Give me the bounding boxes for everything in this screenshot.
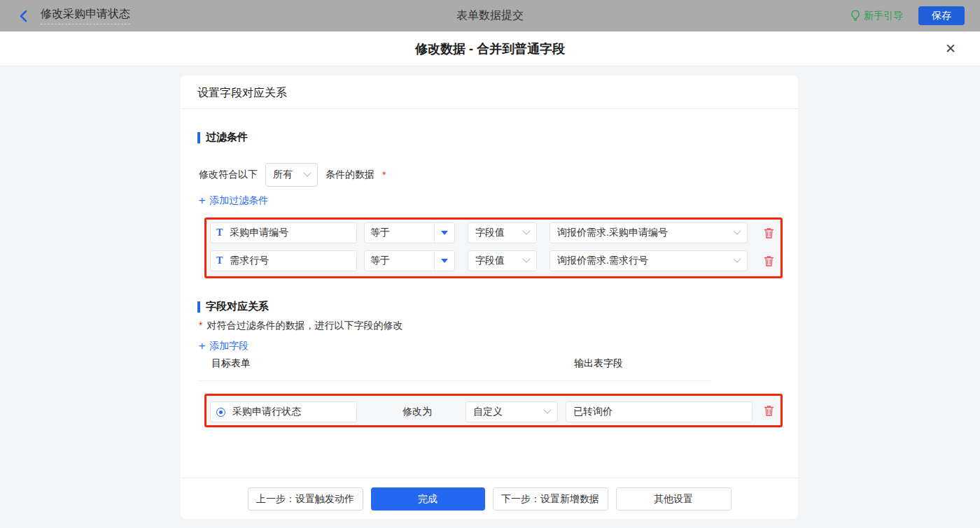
- delete-condition-icon[interactable]: [763, 255, 775, 267]
- panel-title: 设置字段对应关系: [197, 86, 287, 101]
- condition-scope-select[interactable]: 所有: [265, 163, 318, 187]
- topbar: 修改采购申请状态 表单数据提交 新手引导 保存: [0, 0, 980, 31]
- chevron-down-icon: [733, 227, 741, 235]
- value-field-select[interactable]: 询报价需求.需求行号: [550, 250, 748, 271]
- operator-select[interactable]: 等于: [364, 250, 455, 271]
- bulb-icon: [850, 10, 860, 22]
- required-asterisk: *: [382, 169, 386, 180]
- column-header-target-form: 目标表单: [211, 357, 251, 370]
- chevron-down-icon: [543, 406, 551, 414]
- chevron-down-icon: [733, 255, 741, 263]
- dialog-body: 设置字段对应关系 过滤条件 修改符合以下 所有 条件的数据 * + 添加过滤条件: [0, 66, 980, 528]
- field-mapping-group: 采购申请行状态 修改为 自定义: [204, 394, 783, 427]
- close-icon[interactable]: ✕: [942, 41, 959, 57]
- add-field-label: 添加字段: [209, 340, 248, 352]
- add-field-link[interactable]: + 添加字段: [199, 340, 248, 352]
- text-field-icon: T: [216, 227, 223, 238]
- footer-divider: [181, 478, 798, 478]
- filter-field-picker[interactable]: T 采购申请编号: [210, 222, 357, 243]
- value-type-select[interactable]: 字段值: [468, 250, 537, 271]
- prev-step-button[interactable]: 上一步：设置触发动作: [248, 487, 363, 511]
- guide-label: 新手引导: [864, 10, 903, 22]
- chevron-down-icon: [522, 227, 530, 235]
- mapping-description: * 对符合过滤条件的数据，进行以下字段的修改: [199, 320, 402, 332]
- value-type-select[interactable]: 字段值: [468, 222, 537, 243]
- topbar-center-title: 表单数据提交: [0, 8, 980, 23]
- mapping-section-title: 字段对应关系: [197, 300, 269, 313]
- filter-conditions-group: T 采购申请编号 等于 字段值 询报价需求.采购申请编号: [204, 217, 783, 278]
- chevron-down-icon: [522, 255, 530, 263]
- column-header-output-field: 输出表字段: [574, 357, 623, 370]
- back-chevron-icon: [18, 10, 29, 22]
- delete-condition-icon[interactable]: [763, 227, 775, 239]
- add-filter-label: 添加过滤条件: [209, 194, 268, 207]
- caret-down-icon: [441, 231, 448, 235]
- caret-down-icon: [441, 259, 448, 263]
- other-settings-button[interactable]: 其他设置: [616, 487, 732, 511]
- value-field-select[interactable]: 询报价需求.采购申请编号: [550, 222, 748, 243]
- required-asterisk: *: [199, 320, 202, 332]
- topbar-left: 修改采购申请状态: [18, 7, 130, 24]
- section-bar: [197, 301, 200, 313]
- filter-scope-line: 修改符合以下 所有 条件的数据 *: [199, 163, 386, 187]
- beginner-guide-link[interactable]: 新手引导: [850, 10, 903, 22]
- panel-header-divider: [181, 108, 798, 109]
- text-field-icon: T: [216, 255, 223, 266]
- modify-type-select[interactable]: 自定义: [465, 401, 558, 422]
- section-bar: [197, 132, 200, 143]
- custom-value-input[interactable]: [566, 401, 752, 422]
- modify-to-label: 修改为: [402, 406, 432, 418]
- filter-field-picker[interactable]: T 需求行号: [210, 250, 357, 271]
- chevron-down-icon: [303, 169, 311, 177]
- dialog-title: 修改数据 - 合并到普通字段: [0, 31, 980, 66]
- plus-icon: +: [199, 196, 205, 206]
- flow-title[interactable]: 修改采购申请状态: [41, 7, 130, 24]
- delete-mapping-icon[interactable]: [763, 404, 775, 417]
- match-prefix-label: 修改符合以下: [199, 169, 258, 181]
- back-button[interactable]: [18, 10, 31, 22]
- plus-icon: +: [199, 341, 205, 351]
- done-button[interactable]: 完成: [371, 487, 485, 511]
- filter-section-title: 过滤条件: [197, 131, 248, 144]
- next-step-button[interactable]: 下一步：设置新增数据: [493, 487, 608, 511]
- column-header-divider: [197, 380, 710, 381]
- match-suffix-label: 条件的数据: [326, 169, 374, 181]
- topbar-right: 新手引导 保存: [850, 6, 965, 25]
- add-filter-condition-link[interactable]: + 添加过滤条件: [199, 194, 268, 207]
- save-button[interactable]: 保存: [918, 6, 965, 25]
- operator-select[interactable]: 等于: [364, 222, 455, 243]
- radio-field-icon: [216, 408, 225, 417]
- footer-buttons: 上一步：设置触发动作 完成 下一步：设置新增数据 其他设置: [181, 487, 798, 511]
- screen: 修改采购申请状态 表单数据提交 新手引导 保存 修改数据 - 合并到普通字段 ✕…: [0, 0, 980, 528]
- target-field-picker[interactable]: 采购申请行状态: [210, 401, 357, 422]
- dialog-header: 修改数据 - 合并到普通字段 ✕: [0, 31, 980, 66]
- settings-panel: 设置字段对应关系 过滤条件 修改符合以下 所有 条件的数据 * + 添加过滤条件: [181, 76, 798, 519]
